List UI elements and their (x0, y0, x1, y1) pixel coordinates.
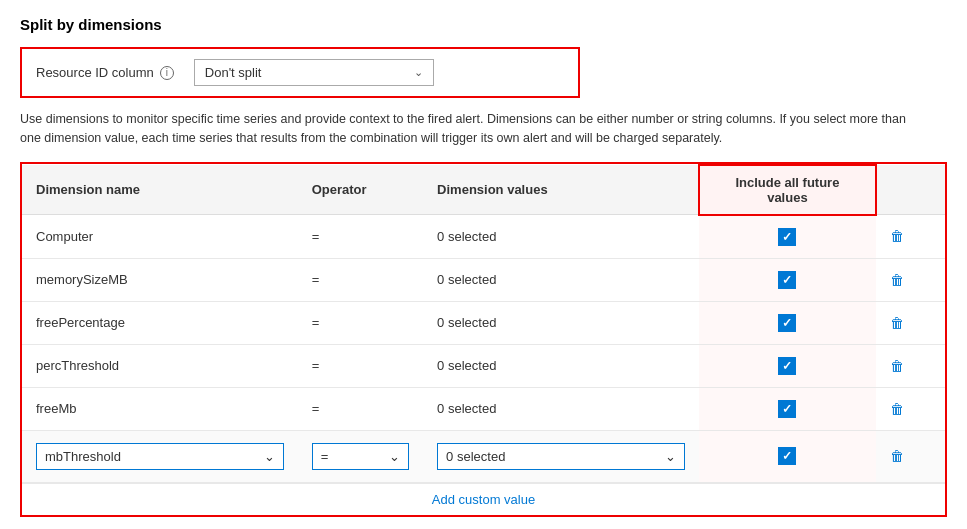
table-row: freePercentage = 0 selected 🗑 (22, 301, 945, 344)
cell-delete-last: 🗑 (876, 430, 945, 482)
checkbox-include[interactable] (778, 228, 796, 246)
checkbox-include[interactable] (778, 447, 796, 465)
cell-operator-dropdown: = ⌄ (298, 430, 423, 482)
cell-delete: 🗑 (876, 387, 945, 430)
resource-id-label: Resource ID column i (36, 65, 174, 80)
cell-include-future[interactable] (699, 344, 876, 387)
resource-id-info-icon[interactable]: i (160, 66, 174, 80)
checkbox-include[interactable] (778, 357, 796, 375)
col-header-include-all-future: Include all future values (699, 165, 876, 215)
cell-operator: = (298, 215, 423, 259)
operator-dropdown[interactable]: = ⌄ (312, 443, 409, 470)
add-custom-value-link[interactable]: Add custom value (22, 483, 945, 515)
cell-operator: = (298, 301, 423, 344)
delete-icon[interactable]: 🗑 (890, 448, 904, 464)
resource-id-dropdown[interactable]: Don't split ⌄ (194, 59, 434, 86)
cell-delete: 🗑 (876, 215, 945, 259)
chevron-down-icon: ⌄ (414, 66, 423, 79)
checkbox-include[interactable] (778, 400, 796, 418)
cell-dimension-name: freePercentage (22, 301, 298, 344)
table-row: freeMb = 0 selected 🗑 (22, 387, 945, 430)
cell-delete: 🗑 (876, 301, 945, 344)
table-row: Computer = 0 selected 🗑 (22, 215, 945, 259)
cell-operator: = (298, 258, 423, 301)
checkbox-include[interactable] (778, 271, 796, 289)
cell-dimension-name: freeMb (22, 387, 298, 430)
cell-delete: 🗑 (876, 258, 945, 301)
col-header-operator: Operator (298, 165, 423, 215)
cell-dimension-values: 0 selected (423, 258, 699, 301)
description-text: Use dimensions to monitor specific time … (20, 110, 920, 148)
table-row: memorySizeMB = 0 selected 🗑 (22, 258, 945, 301)
delete-icon[interactable]: 🗑 (890, 315, 904, 331)
dimension-name-dropdown-value: mbThreshold (45, 449, 121, 464)
cell-dim-values-dropdown: 0 selected ⌄ (423, 430, 699, 482)
dimension-name-dropdown[interactable]: mbThreshold ⌄ (36, 443, 284, 470)
dimensions-table: Dimension name Operator Dimension values… (22, 164, 945, 483)
chevron-down-icon: ⌄ (389, 449, 400, 464)
col-header-dimension-name: Dimension name (22, 165, 298, 215)
cell-include-future[interactable] (699, 301, 876, 344)
cell-dimension-name: memorySizeMB (22, 258, 298, 301)
chevron-down-icon: ⌄ (665, 449, 676, 464)
col-header-dimension-values: Dimension values (423, 165, 699, 215)
cell-dimension-name: percThreshold (22, 344, 298, 387)
cell-dimension-values: 0 selected (423, 387, 699, 430)
dimensions-table-container: Dimension name Operator Dimension values… (20, 162, 947, 517)
dimension-values-dropdown-value: 0 selected (446, 449, 505, 464)
cell-dimension-name: Computer (22, 215, 298, 259)
page-title: Split by dimensions (20, 16, 947, 33)
dimension-values-dropdown[interactable]: 0 selected ⌄ (437, 443, 685, 470)
cell-include-future-last[interactable] (699, 430, 876, 482)
delete-icon[interactable]: 🗑 (890, 358, 904, 374)
cell-include-future[interactable] (699, 258, 876, 301)
cell-operator: = (298, 387, 423, 430)
cell-dimension-values: 0 selected (423, 215, 699, 259)
delete-icon[interactable]: 🗑 (890, 272, 904, 288)
operator-dropdown-value: = (321, 449, 329, 464)
chevron-down-icon: ⌄ (264, 449, 275, 464)
resource-id-text: Resource ID column (36, 65, 154, 80)
resource-id-dropdown-value: Don't split (205, 65, 262, 80)
cell-dimension-values: 0 selected (423, 344, 699, 387)
cell-dimension-values: 0 selected (423, 301, 699, 344)
cell-include-future[interactable] (699, 215, 876, 259)
cell-delete: 🗑 (876, 344, 945, 387)
table-row-last: mbThreshold ⌄ = ⌄ 0 selected ⌄ 🗑 (22, 430, 945, 482)
resource-id-section: Resource ID column i Don't split ⌄ (20, 47, 580, 98)
delete-icon[interactable]: 🗑 (890, 228, 904, 244)
delete-icon[interactable]: 🗑 (890, 401, 904, 417)
table-row: percThreshold = 0 selected 🗑 (22, 344, 945, 387)
col-header-delete (876, 165, 945, 215)
checkbox-include[interactable] (778, 314, 796, 332)
cell-dim-name-dropdown: mbThreshold ⌄ (22, 430, 298, 482)
cell-operator: = (298, 344, 423, 387)
cell-include-future[interactable] (699, 387, 876, 430)
